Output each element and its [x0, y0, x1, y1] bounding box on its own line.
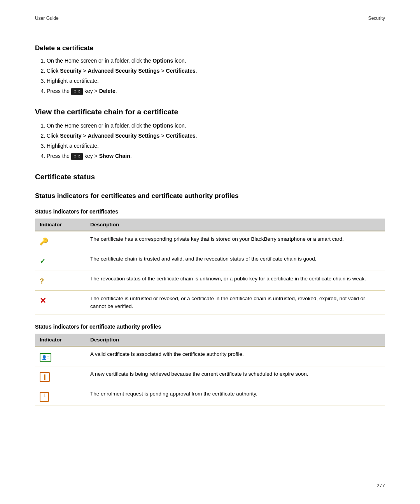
step-item: Click Security > Advanced Security Setti… — [47, 67, 385, 75]
delete-certificate-steps: On the Home screen or in a folder, click… — [47, 57, 385, 95]
x-icon: ✕ — [40, 296, 46, 305]
col-header-description-ca: Description — [86, 334, 385, 346]
indicator-question: ? — [35, 271, 86, 291]
step-item: Highlight a certificate. — [47, 77, 385, 85]
table-row: └ The enrolment request is pending appro… — [35, 386, 385, 406]
ca-indicators-label: Status indicators for certificate author… — [35, 324, 385, 330]
table-row: ✓ The certificate chain is trusted and v… — [35, 251, 385, 271]
description-question: The revocation status of the certificate… — [86, 271, 385, 291]
table-row: ❙ A new certificate is being retrieved b… — [35, 366, 385, 386]
question-icon: ? — [40, 277, 44, 285]
indicator-check: ✓ — [35, 251, 86, 271]
description-ca-pending: The enrolment request is pending approva… — [86, 386, 385, 406]
checkmark-icon: ✓ — [40, 257, 46, 265]
menu-key-icon-2: ⁙⁙ — [71, 153, 83, 160]
view-cert-chain-heading: View the certificate chain for a certifi… — [35, 108, 385, 116]
ca-pending-icon: └ — [40, 392, 49, 402]
view-cert-chain-section: View the certificate chain for a certifi… — [35, 108, 385, 160]
ca-expiring-icon: ❙ — [40, 372, 50, 382]
table-row: ✕ The certificate is untrusted or revoke… — [35, 291, 385, 315]
step-item: On the Home screen or in a folder, click… — [47, 122, 385, 130]
page-header: User Guide Security — [35, 16, 385, 21]
status-indicators-heading: Status indicators for certificates and c… — [35, 192, 385, 200]
certificate-status-heading: Certificate status — [35, 173, 385, 181]
ca-valid-icon: 👤= — [40, 353, 51, 362]
description-ca-valid: A valid certificate is associated with t… — [86, 346, 385, 366]
col-header-indicator-ca: Indicator — [35, 334, 86, 346]
indicator-key: 🔑 — [35, 231, 86, 251]
indicator-ca-valid: 👤= — [35, 346, 86, 366]
description-ca-expiring: A new certificate is being retrieved bec… — [86, 366, 385, 386]
col-header-indicator: Indicator — [35, 219, 86, 231]
description-x: The certificate is untrusted or revoked,… — [86, 291, 385, 315]
step-item: Highlight a certificate. — [47, 142, 385, 150]
cert-indicators-table: Indicator Description 🔑 The certificate … — [35, 219, 385, 315]
page-number: 277 — [376, 483, 385, 488]
certificate-status-section: Certificate status Status indicators for… — [35, 173, 385, 406]
page: User Guide Security Delete a certificate… — [0, 0, 420, 504]
indicator-x: ✕ — [35, 291, 86, 315]
step-item: Press the ⁙⁙ key > Show Chain. — [47, 152, 385, 160]
indicator-ca-pending: └ — [35, 386, 86, 406]
header-left: User Guide — [35, 16, 59, 21]
cert-indicators-label: Status indicators for certificates — [35, 208, 385, 215]
indicator-ca-expiring: ❙ — [35, 366, 86, 386]
description-key: The certificate has a corresponding priv… — [86, 231, 385, 251]
header-right: Security — [368, 16, 385, 21]
step-item: Click Security > Advanced Security Setti… — [47, 132, 385, 140]
step-item: Press the ⁙⁙ key > Delete. — [47, 87, 385, 95]
key-icon: 🔑 — [40, 238, 48, 245]
ca-indicators-table: Indicator Description 👤= A valid certifi… — [35, 334, 385, 406]
col-header-description: Description — [86, 219, 385, 231]
step-item: On the Home screen or in a folder, click… — [47, 57, 385, 65]
delete-certificate-heading: Delete a certificate — [35, 44, 385, 52]
table-row: ? The revocation status of the certifica… — [35, 271, 385, 291]
description-check: The certificate chain is trusted and val… — [86, 251, 385, 271]
table-row: 👤= A valid certificate is associated wit… — [35, 346, 385, 366]
view-cert-chain-steps: On the Home screen or in a folder, click… — [47, 122, 385, 160]
status-indicators-section: Status indicators for certificates and c… — [35, 192, 385, 406]
delete-certificate-section: Delete a certificate On the Home screen … — [35, 44, 385, 95]
table-row: 🔑 The certificate has a corresponding pr… — [35, 231, 385, 251]
menu-key-icon: ⁙⁙ — [71, 88, 83, 95]
